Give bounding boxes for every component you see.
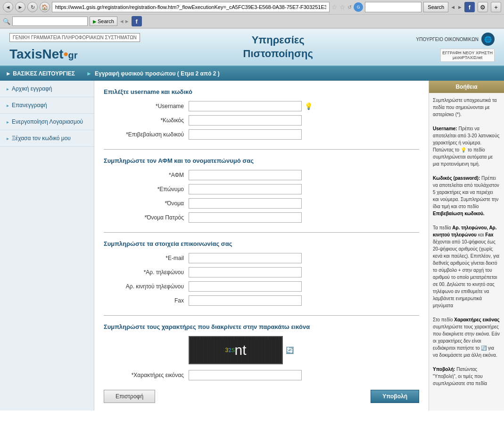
mobile-row: Αρ. κινητού τηλεφώνου [104, 281, 419, 292]
new-tab-icon[interactable]: + [491, 2, 501, 12]
fax-row: Fax [104, 295, 419, 306]
facebook-toolbar-icon[interactable]: f [132, 16, 142, 26]
sidebar-item-archiki[interactable]: ▸ Αρχική εγγραφή [0, 81, 94, 97]
section3-title: Συμπληρώστε τα στοιχεία επικοινωνίας σας [104, 240, 419, 247]
breadcrumb-text: Εγγραφή φυσικού προσώπου ( Ετμα 2 από 2 … [95, 70, 220, 77]
breadcrumb-arrow-icon: ► [86, 70, 92, 77]
sidebar-arrow-icon-4: ▸ [7, 136, 9, 141]
fax-label: Fax [104, 297, 189, 304]
sidebar-item-energopoiisi[interactable]: ▸ Ενεργοποίηση Λογαριασμού [0, 114, 94, 130]
left-sidebar: ▸ Αρχική εγγραφή ▸ Επανεγγραφή ▸ Ενεργοπ… [0, 81, 94, 411]
address-bar[interactable] [52, 2, 330, 12]
divider-2 [104, 232, 419, 233]
browser-nav-bar: ◄ ► ↻ 🏠 ☆ ☆ ↺ G Search ◄ ► f ⚙ + [0, 0, 504, 15]
father-row: *Όνομα Πατρός [104, 212, 419, 223]
username-label: *Username [104, 103, 189, 109]
search-engine-icon[interactable]: G [354, 2, 363, 12]
section2-title: Συμπληρώστε τον ΑΦΜ και το ονοματεπώνυμό… [104, 157, 419, 164]
lastname-label: *Επώνυμο [104, 186, 189, 193]
afm-row: *ΑΦΜ [104, 170, 419, 180]
submit-form-button[interactable]: Υποβολή [371, 390, 419, 403]
search-prev-icon[interactable]: ◄ [450, 4, 455, 10]
afm-label: *ΑΦΜ [104, 172, 189, 178]
service-title: Υπηρεσίες Πιστοποίησης [243, 34, 313, 60]
phone-row: *Αρ. τηλεφώνου [104, 267, 419, 277]
lastname-row: *Επώνυμο [104, 184, 419, 194]
toolbar-separator: ◄► [119, 18, 130, 24]
sidebar-arrow-icon-2: ▸ [7, 103, 9, 108]
search-next-icon[interactable]: ► [457, 4, 463, 10]
confirm-password-input[interactable] [189, 129, 302, 140]
gsis-logo: ΓΕΝΙΚΗ ΓΡΑΜΜΑΤΕΙΑ ΠΛΗΡΟΦΟΡΙΑΚΩΝ ΣΥΣΤΗΜΑΤ… [9, 33, 140, 42]
captcha-label: *Χαρακτήρες εικόνας [104, 372, 189, 378]
captcha-display: 3 2 5 nt [225, 342, 246, 358]
password-input[interactable] [189, 115, 302, 126]
username-info-icon[interactable]: 💡 [305, 102, 313, 110]
fax-input[interactable] [189, 295, 302, 306]
secondary-search-input[interactable] [12, 17, 88, 26]
search-bar-area: G Search ◄ ► [354, 2, 463, 12]
sidebar-label-epaneggrafi: Επανεγγραφή [12, 102, 47, 109]
header-right: ΥΠΟΥΡΓΕΙΟ ΟΙΚΟΝΟΜΙΚΩΝ 🌐 ΕΓΓΡΑΦΗ ΝΕΟΥ ΧΡΗ… [416, 33, 495, 62]
section1-title: Επιλέξτε username και κωδικό [104, 88, 419, 95]
password-label: *Κωδικός [104, 117, 189, 124]
main-nav-item[interactable]: ► ΒΑΣΙΚΕΣ ΛΕΙΤΟΥΡΓΙΕΣ [0, 67, 81, 81]
home-button[interactable]: 🏠 [40, 2, 50, 12]
new-user-badge[interactable]: ΕΓΓΡΑΦΗ ΝΕΟΥ ΧΡΗΣΤΗ μεσοΡΤΑΧΙΣnet [440, 49, 495, 62]
email-input[interactable] [189, 253, 302, 263]
refresh-button[interactable]: ↻ [27, 2, 38, 12]
bookmark-star-icon[interactable]: ☆ [331, 3, 338, 11]
content-layout: ▸ Αρχική εγγραφή ▸ Επανεγγραφή ▸ Ενεργοπ… [0, 81, 504, 411]
confirm-password-label: *Επιβεβαίωση κωδικού [104, 131, 189, 138]
search-button[interactable]: Search [423, 2, 448, 12]
header-logo-area: ΓΕΝΙΚΗ ΓΡΑΜΜΑΤΕΙΑ ΠΛΗΡΟΦΟΡΙΑΚΩΝ ΣΥΣΤΗΜΑΤ… [9, 33, 140, 62]
form-section-personal: Συμπληρώστε τον ΑΦΜ και το ονοματεπώνυμό… [104, 157, 419, 223]
main-form: Επιλέξτε username και κωδικό *Username 💡… [94, 81, 429, 411]
afm-input[interactable] [189, 170, 302, 180]
mobile-label: Αρ. κινητού τηλεφώνου [104, 283, 189, 290]
username-row: *Username 💡 [104, 101, 419, 111]
toolbar-right: f ⚙ + [464, 2, 501, 12]
captcha-input[interactable] [189, 370, 302, 380]
page-content: ΓΕΝΙΚΗ ΓΡΑΜΜΑΤΕΙΑ ΠΛΗΡΟΦΟΡΙΑΚΩΝ ΣΥΣΤΗΜΑΤ… [0, 29, 504, 411]
captcha-char-nt: nt [235, 342, 247, 358]
sidebar-label-archiki: Αρχική εγγραφή [12, 85, 52, 92]
new-user-sub: μεσοΡΤΑΧΙΣnet [442, 55, 493, 60]
form-section-credentials: Επιλέξτε username και κωδικό *Username 💡… [104, 88, 419, 140]
search-magnifier-icon: 🔍 [3, 18, 10, 25]
firstname-input[interactable] [189, 198, 302, 209]
secondary-search-button[interactable]: ▶ Search [90, 17, 117, 26]
reload-icon[interactable]: ↺ [347, 4, 352, 10]
facebook-icon[interactable]: f [464, 2, 475, 12]
ministry-icon: 🌐 [481, 33, 495, 46]
father-input[interactable] [189, 212, 302, 223]
captcha-input-row: *Χαρακτήρες εικόνας [104, 370, 419, 380]
sidebar-arrow-icon-3: ▸ [7, 119, 9, 125]
section4-title: Συμπληρώστε τους χαρακτήρες που διακρίνε… [104, 323, 419, 330]
username-input[interactable] [189, 101, 302, 111]
phone-label: *Αρ. τηλεφώνου [104, 269, 189, 276]
header-left: ΓΕΝΙΚΗ ΓΡΑΜΜΑΤΕΙΑ ΠΛΗΡΟΦΟΡΙΑΚΩΝ ΣΥΣΤΗΜΑΤ… [9, 33, 140, 62]
go-arrow-icon: ▶ [93, 19, 97, 24]
back-button[interactable]: ◄ [3, 2, 13, 12]
breadcrumb-section: ► Εγγραφή φυσικού προσώπου ( Ετμα 2 από … [81, 67, 225, 81]
lastname-input[interactable] [189, 184, 302, 194]
email-row: *E-mail [104, 253, 419, 263]
settings-icon[interactable]: ⚙ [478, 2, 488, 12]
sidebar-item-epaneggrafi[interactable]: ▸ Επανεγγραφή [0, 97, 94, 114]
search-input[interactable] [365, 2, 421, 12]
divider-1 [104, 149, 419, 150]
sidebar-item-xechasma[interactable]: ▸ Ξέχασα τον κωδικό μου [0, 130, 94, 147]
help-sidebar: Βοήθεια Συμπληρώστε υποχρεωτικά τα πεδία… [429, 81, 504, 411]
main-nav: ► ΒΑΣΙΚΕΣ ΛΕΙΤΟΥΡΓΙΕΣ [0, 67, 81, 81]
browser-chrome: ◄ ► ↻ 🏠 ☆ ☆ ↺ G Search ◄ ► f ⚙ + 🔍 ▶ Sea… [0, 0, 504, 29]
captcha-refresh-icon[interactable]: 🔄 [286, 346, 294, 354]
forward-button[interactable]: ► [15, 2, 25, 12]
phone-input[interactable] [189, 267, 302, 277]
divider-3 [104, 315, 419, 316]
second-toolbar: 🔍 ▶ Search ◄► f [0, 15, 504, 28]
nav-breadcrumb-bar: ► ΒΑΣΙΚΕΣ ΛΕΙΤΟΥΡΓΙΕΣ ► Εγγραφή φυσικού … [0, 67, 504, 81]
captcha-wrapper: 3 2 5 nt 🔄 [189, 336, 419, 364]
back-form-button[interactable]: Επιστροφή [104, 390, 155, 403]
mobile-input[interactable] [189, 281, 302, 292]
